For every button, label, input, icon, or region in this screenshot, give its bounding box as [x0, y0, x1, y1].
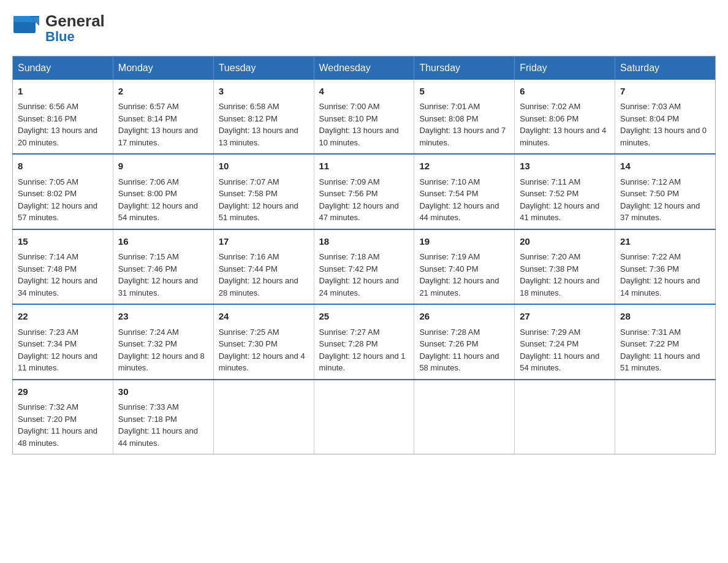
- calendar-cell: 5Sunrise: 7:01 AMSunset: 8:08 PMDaylight…: [414, 80, 515, 155]
- day-number: 1: [18, 85, 108, 99]
- day-number: 25: [319, 310, 409, 324]
- calendar-cell: 18Sunrise: 7:18 AMSunset: 7:42 PMDayligh…: [314, 229, 414, 305]
- sunrise-text: Sunrise: 7:10 AM: [419, 176, 509, 188]
- sunset-text: Sunset: 8:10 PM: [319, 113, 409, 125]
- daylight-text: Daylight: 13 hours and 13 minutes.: [219, 124, 309, 148]
- week-row-4: 22Sunrise: 7:23 AMSunset: 7:34 PMDayligh…: [13, 304, 716, 380]
- day-number: 28: [620, 310, 710, 324]
- day-number: 21: [620, 235, 710, 249]
- daylight-text: Daylight: 13 hours and 17 minutes.: [118, 124, 208, 148]
- daylight-text: Daylight: 12 hours and 14 minutes.: [620, 275, 710, 299]
- calendar-cell: 21Sunrise: 7:22 AMSunset: 7:36 PMDayligh…: [615, 229, 716, 305]
- sunset-text: Sunset: 7:54 PM: [419, 188, 509, 200]
- week-row-3: 15Sunrise: 7:14 AMSunset: 7:48 PMDayligh…: [13, 229, 716, 305]
- calendar-cell: 26Sunrise: 7:28 AMSunset: 7:26 PMDayligh…: [414, 304, 515, 380]
- sunset-text: Sunset: 7:18 PM: [118, 413, 208, 426]
- logo-area: General Blue: [12, 12, 105, 44]
- sunrise-text: Sunrise: 6:58 AM: [219, 101, 309, 113]
- day-number: 20: [520, 235, 610, 249]
- week-row-1: 1Sunrise: 6:56 AMSunset: 8:16 PMDaylight…: [13, 80, 716, 155]
- daylight-text: Daylight: 11 hours and 51 minutes.: [620, 350, 710, 374]
- sunrise-text: Sunrise: 7:11 AM: [520, 176, 610, 188]
- sunrise-text: Sunrise: 7:24 AM: [118, 326, 208, 339]
- day-number: 24: [219, 310, 309, 324]
- sunset-text: Sunset: 7:42 PM: [319, 263, 409, 275]
- sunrise-text: Sunrise: 7:23 AM: [18, 326, 108, 339]
- sunrise-text: Sunrise: 7:03 AM: [620, 101, 710, 113]
- sunset-text: Sunset: 7:22 PM: [620, 338, 710, 350]
- calendar-cell: 4Sunrise: 7:00 AMSunset: 8:10 PMDaylight…: [314, 80, 414, 155]
- day-number: 30: [118, 385, 208, 399]
- daylight-text: Daylight: 12 hours and 44 minutes.: [419, 200, 509, 224]
- sunset-text: Sunset: 7:30 PM: [219, 338, 309, 350]
- daylight-text: Daylight: 13 hours and 20 minutes.: [18, 124, 108, 148]
- day-number: 10: [219, 159, 309, 174]
- daylight-text: Daylight: 12 hours and 37 minutes.: [620, 200, 710, 224]
- calendar-cell: 19Sunrise: 7:19 AMSunset: 7:40 PMDayligh…: [414, 229, 515, 305]
- calendar-cell: 12Sunrise: 7:10 AMSunset: 7:54 PMDayligh…: [414, 154, 515, 229]
- sunset-text: Sunset: 7:56 PM: [319, 188, 409, 200]
- header-tuesday: Tuesday: [213, 56, 314, 80]
- daylight-text: Daylight: 13 hours and 10 minutes.: [319, 124, 409, 148]
- day-number: 9: [118, 159, 208, 174]
- header-wednesday: Wednesday: [314, 56, 414, 80]
- sunset-text: Sunset: 7:32 PM: [118, 338, 208, 350]
- day-number: 19: [419, 235, 509, 249]
- daylight-text: Daylight: 12 hours and 54 minutes.: [118, 200, 208, 224]
- daylight-text: Daylight: 11 hours and 44 minutes.: [118, 425, 208, 449]
- sunrise-text: Sunrise: 7:12 AM: [620, 176, 710, 188]
- calendar-cell: [414, 380, 515, 454]
- daylight-text: Daylight: 11 hours and 58 minutes.: [419, 350, 509, 374]
- header-monday: Monday: [113, 56, 213, 80]
- sunrise-text: Sunrise: 7:14 AM: [18, 251, 108, 263]
- calendar-cell: 6Sunrise: 7:02 AMSunset: 8:06 PMDaylight…: [515, 80, 615, 155]
- sunrise-text: Sunrise: 7:05 AM: [18, 176, 108, 188]
- day-number: 5: [419, 85, 509, 99]
- sunset-text: Sunset: 8:04 PM: [620, 113, 710, 125]
- logo-blue-text: Blue: [45, 30, 105, 44]
- sunset-text: Sunset: 7:38 PM: [520, 263, 610, 275]
- day-number: 2: [118, 85, 208, 99]
- sunset-text: Sunset: 7:34 PM: [18, 338, 108, 350]
- sunrise-text: Sunrise: 7:00 AM: [319, 101, 409, 113]
- calendar-cell: 15Sunrise: 7:14 AMSunset: 7:48 PMDayligh…: [13, 229, 113, 305]
- calendar-cell: 25Sunrise: 7:27 AMSunset: 7:28 PMDayligh…: [314, 304, 414, 380]
- day-number: 18: [319, 235, 409, 249]
- sunrise-text: Sunrise: 7:28 AM: [419, 326, 509, 339]
- sunset-text: Sunset: 7:46 PM: [118, 263, 208, 275]
- logo-general-text: General: [45, 12, 105, 30]
- day-number: 14: [620, 159, 710, 174]
- sunset-text: Sunset: 7:52 PM: [520, 188, 610, 200]
- header-friday: Friday: [515, 56, 615, 80]
- day-number: 7: [620, 85, 710, 99]
- daylight-text: Daylight: 11 hours and 48 minutes.: [18, 425, 108, 449]
- header-thursday: Thursday: [414, 56, 515, 80]
- calendar-cell: 1Sunrise: 6:56 AMSunset: 8:16 PMDaylight…: [13, 80, 113, 155]
- day-number: 6: [520, 85, 610, 99]
- sunrise-text: Sunrise: 7:32 AM: [18, 401, 108, 413]
- sunrise-text: Sunrise: 7:27 AM: [319, 326, 409, 339]
- day-number: 11: [319, 159, 409, 174]
- daylight-text: Daylight: 12 hours and 21 minutes.: [419, 275, 509, 299]
- sunset-text: Sunset: 7:48 PM: [18, 263, 108, 275]
- calendar-cell: [515, 380, 615, 454]
- calendar-cell: 13Sunrise: 7:11 AMSunset: 7:52 PMDayligh…: [515, 154, 615, 229]
- day-number: 22: [18, 310, 108, 324]
- sunrise-text: Sunrise: 7:31 AM: [620, 326, 710, 339]
- calendar-cell: 17Sunrise: 7:16 AMSunset: 7:44 PMDayligh…: [213, 229, 314, 305]
- day-number: 26: [419, 310, 509, 324]
- sunset-text: Sunset: 8:00 PM: [118, 188, 208, 200]
- daylight-text: Daylight: 12 hours and 41 minutes.: [520, 200, 610, 224]
- calendar-cell: 16Sunrise: 7:15 AMSunset: 7:46 PMDayligh…: [113, 229, 213, 305]
- sunset-text: Sunset: 7:50 PM: [620, 188, 710, 200]
- sunset-text: Sunset: 8:06 PM: [520, 113, 610, 125]
- day-number: 16: [118, 235, 208, 249]
- daylight-text: Daylight: 12 hours and 11 minutes.: [18, 350, 108, 374]
- daylight-text: Daylight: 12 hours and 18 minutes.: [520, 275, 610, 299]
- day-header-row: SundayMondayTuesdayWednesdayThursdayFrid…: [13, 56, 716, 80]
- sunset-text: Sunset: 7:24 PM: [520, 338, 610, 350]
- sunset-text: Sunset: 8:16 PM: [18, 113, 108, 125]
- sunrise-text: Sunrise: 7:01 AM: [419, 101, 509, 113]
- calendar-cell: 9Sunrise: 7:06 AMSunset: 8:00 PMDaylight…: [113, 154, 213, 229]
- daylight-text: Daylight: 12 hours and 57 minutes.: [18, 200, 108, 224]
